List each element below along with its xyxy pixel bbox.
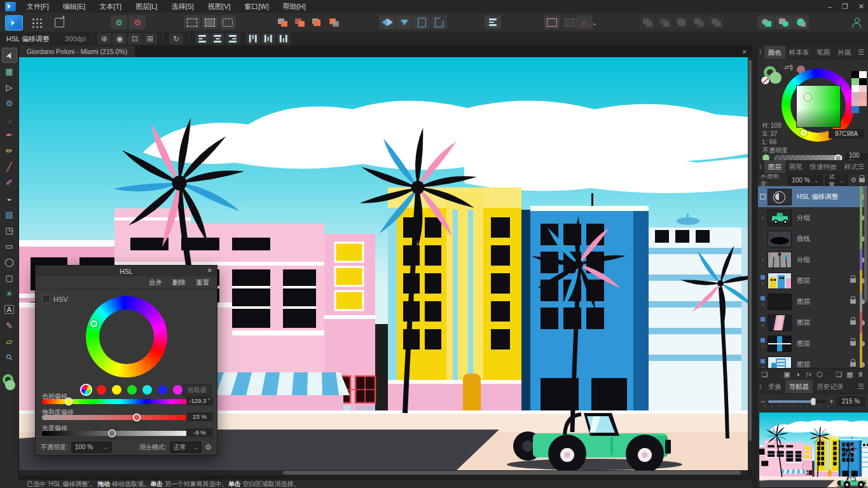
expand-chevron[interactable]: › [758,257,768,263]
pencil-tool[interactable]: ✏ [2,143,17,158]
hsv-checkbox-row[interactable]: HSV [42,295,68,303]
layer-name[interactable]: 分组 [797,255,860,264]
saturation-shift-value[interactable]: 23 % [186,412,213,421]
transform-objects-button[interactable]: ⊡ [128,33,142,44]
disabled-op-3-button[interactable] [673,15,690,29]
navigator-thumbnail[interactable] [759,412,868,488]
point-transform-tool[interactable]: ⚙ [2,95,17,111]
close-button[interactable]: ✕ [858,3,864,11]
swatch-magenta[interactable] [173,385,183,395]
expand-chevron[interactable]: › [762,280,764,287]
shape-tool[interactable]: ✳ [2,286,17,301]
rounded-rectangle-tool[interactable]: ▢ [2,270,17,285]
layer-row-group-jeep[interactable]: › 分组 [758,207,867,229]
color-wells[interactable]: ⇄ [764,66,785,88]
checker-icon[interactable]: ▦ [844,370,855,379]
hsl-wheel-handle[interactable] [90,320,97,327]
pixel-grid-button[interactable]: ⊞ [143,33,157,44]
reset-button[interactable]: 重置 [196,278,209,287]
canvas-vertical-scrollbar[interactable] [748,57,752,470]
rotate-ccw-button[interactable] [413,15,430,29]
merge-button[interactable]: 合并 [149,278,162,287]
ellipse-tool[interactable]: ◯ [2,254,17,269]
tab-brushes[interactable]: 画笔 [785,160,806,173]
align-right-button[interactable] [226,33,240,44]
menu-text[interactable]: 文本[T] [92,0,128,13]
move-tool[interactable]: ➤ [2,48,17,63]
layer-name[interactable]: 曲线 [797,234,860,243]
align-center-button[interactable] [210,33,224,44]
vector-brush-tool[interactable]: ✐ [2,175,17,190]
tab-layers[interactable]: 图层 [764,160,785,173]
tab-history[interactable]: 历史记录 [813,380,847,393]
account-button[interactable] [848,15,865,29]
menu-select[interactable]: 选择[S] [164,0,200,13]
layer-name[interactable]: 图层 [797,318,850,327]
document-close-icon[interactable]: ✕ [742,48,747,55]
menu-view[interactable]: 视图[V] [201,0,237,13]
zoom-tool[interactable]: ⚲ [2,349,17,365]
expand-chevron[interactable]: › [762,322,764,329]
pattern-icon[interactable]: ⬡ [814,370,825,379]
flip-vertical-button[interactable] [396,15,413,29]
swatch-cyan[interactable] [142,385,152,395]
layer-thumbnail[interactable] [768,210,792,226]
new-layer-icon[interactable]: ❏ [834,370,844,379]
layer-name[interactable]: 分组 [797,214,860,222]
menu-file[interactable]: 文件[F] [20,0,56,13]
pixel-persona-button[interactable] [28,15,45,29]
lock-icon[interactable] [850,341,856,346]
menu-layer[interactable]: 图层[L] [128,0,164,13]
designer-persona-button[interactable] [5,15,23,30]
tab-swatches[interactable]: 样本条 [785,46,813,59]
knife-tool[interactable]: ╱ [2,159,17,174]
wheel-hue-handle[interactable] [801,130,807,136]
text-tool[interactable]: A [2,302,17,317]
hsl-dialog-titlebar[interactable]: HSL ✕ [36,266,217,276]
swatch-green[interactable] [127,385,137,395]
hue-shift-value[interactable]: -129.3 ° [186,396,213,405]
color-picker-tool[interactable]: ✎ [2,318,17,333]
crop-tool[interactable]: ◳ [2,222,17,238]
hue-shift-slider[interactable] [42,399,198,404]
mask-layer-icon[interactable]: ▣ [782,370,792,379]
picker-button[interactable]: 拾取器 [183,384,212,396]
panel-drag-handle[interactable]: ‖ [759,384,762,390]
disabled-op-5-button[interactable] [708,15,724,29]
cycle-selection-box-button[interactable]: ⊕ [97,33,111,44]
fill-color-well[interactable] [769,72,782,84]
layer-thumbnail[interactable] [768,294,792,310]
hue-slider-handle[interactable] [64,398,72,406]
layers-blend-select[interactable]: 正常 ⌄ [825,175,848,186]
layer-name[interactable]: HSL 偏移调整 [797,193,860,201]
swatch-yellow[interactable] [112,385,121,395]
dialog-opacity-select[interactable]: 100 % ⌄ [71,442,112,453]
edit-all-layers-gear-button[interactable]: ⚙ [129,15,146,29]
arrange-back-button[interactable] [274,15,291,29]
luminosity-slider-handle[interactable] [108,430,116,438]
layer-row-hsl[interactable]: HSL 偏移调整 [758,186,867,208]
lock-icon[interactable] [850,278,856,283]
fill-tool[interactable]: ◒ [2,191,17,206]
saturation-shift-slider[interactable] [42,415,198,420]
transparency-tool[interactable]: ▨ [2,207,17,222]
hex-input[interactable]: 97C98A [829,129,864,139]
ruler-tool[interactable]: ▱ [2,334,17,349]
tab-stroke[interactable]: 笔画 [813,46,834,59]
lock-icon[interactable] [850,299,856,304]
fill-well[interactable] [5,380,15,390]
snap-dropdown-button[interactable]: ⌄ [590,15,599,29]
saturation-slider-handle[interactable] [133,414,141,422]
no-fill-icon[interactable] [761,76,769,85]
layer-thumbnail[interactable] [768,315,792,331]
saturation-lightness-square[interactable] [796,85,841,128]
zoom-slider-handle[interactable] [811,398,815,405]
flip-horizontal-button[interactable] [379,15,396,29]
zoom-slider[interactable] [768,400,826,403]
layer-thumbnail[interactable] [768,189,792,205]
dialog-gear-icon[interactable]: ⚙ [205,443,212,452]
menu-help[interactable]: 帮助[H] [276,0,313,13]
square-handle[interactable] [804,94,811,100]
layers-gear-icon[interactable]: ⚙ [850,176,857,184]
marquee-mode-1-button[interactable] [184,15,200,29]
